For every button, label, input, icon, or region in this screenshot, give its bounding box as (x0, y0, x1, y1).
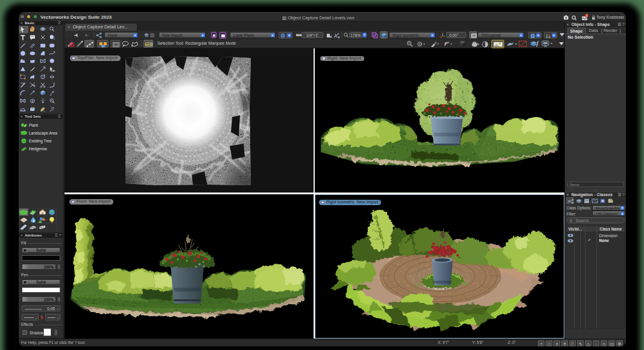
svg-text:Hedgerow: Hedgerow (29, 147, 47, 151)
svg-text:Plant: Plant (29, 123, 38, 127)
svg-text:Existing Tree: Existing Tree (29, 139, 52, 144)
svg-text:Landscape Area: Landscape Area (29, 131, 57, 136)
